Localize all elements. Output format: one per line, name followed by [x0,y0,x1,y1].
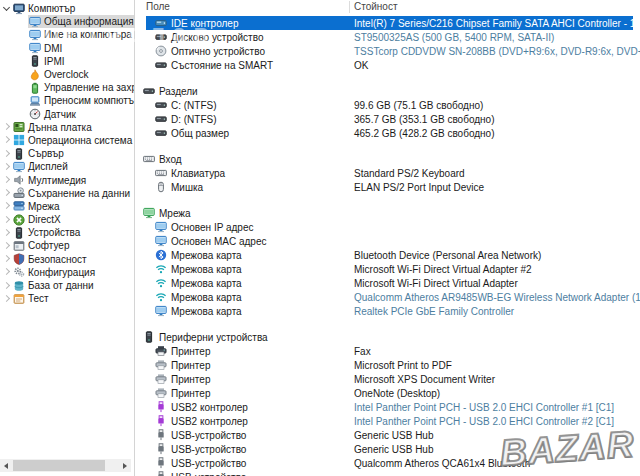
table-row[interactable]: Състояние на SMARTOK [135,58,640,72]
table-row[interactable]: МишкаELAN PS/2 Port Input Device [135,180,640,194]
table-row[interactable]: C: (NTFS)99.6 GB (75.1 GB свободно) [135,98,640,112]
sidebar-item[interactable]: IPMI [0,55,134,68]
table-row[interactable]: USB-устройство [135,470,640,476]
scroll-left-arrow-icon[interactable] [0,459,13,472]
table-row[interactable]: ПринтерFax [135,344,640,358]
sidebar-item[interactable]: Устройства [0,226,134,239]
chevron-collapsed-icon[interactable] [2,254,12,264]
table-row[interactable]: USB2 контролерIntel Panther Point PCH - … [135,414,640,428]
sidebar-item[interactable]: Безопасност [0,253,134,266]
sidebar-item[interactable]: Съхранение на данни [0,187,134,200]
value-link[interactable]: Intel Panther Point PCH - USB 2.0 EHCI C… [350,402,640,413]
table-row[interactable]: Общ размер465.2 GB (428.2 GB свободно) [135,126,640,140]
chevron-collapsed-icon[interactable] [2,175,12,185]
section-header[interactable]: Периферни устройства [135,330,640,344]
sidebar-item[interactable]: Тест [0,292,134,305]
sidebar-item-label: Дисплей [28,161,68,172]
chevron-collapsed-icon[interactable] [2,188,12,198]
sidebar-item[interactable]: Компютър [0,2,134,15]
value-link[interactable]: ST9500325AS (500 GB, 5400 RPM, SATA-II) [350,32,640,43]
table-row[interactable]: ПринтерMicrosoft Print to PDF [135,358,640,372]
chevron-collapsed-icon[interactable] [2,162,12,172]
table-row[interactable]: Основен IP адрес [135,220,640,234]
software-icon [13,240,25,252]
monitor-icon [29,42,41,54]
table-row[interactable]: КлавиатураStandard PS/2 Keyboard [135,166,640,180]
chevron-collapsed-icon[interactable] [2,135,12,145]
chevron-collapsed-icon[interactable] [2,241,12,251]
table-row[interactable]: ПринтерMicrosoft XPS Document Writer [135,372,640,386]
section-header[interactable]: Мрежа [135,206,640,220]
value-link[interactable]: Qualcomm Atheros AR9485WB-EG Wireless Ne… [350,292,640,303]
table-row[interactable]: Дисково устройствоST9500325AS (500 GB, 5… [135,30,640,44]
sidebar-item[interactable]: Дънна платка [0,121,134,134]
wifi-icon [155,277,167,289]
sidebar-item[interactable]: Преносим компютър [0,94,134,107]
windows-icon [13,134,25,146]
network-stack-icon [13,200,25,212]
table-row[interactable]: Оптично устройствоTSSTcorp CDDVDW SN-208… [135,44,640,58]
value-link[interactable]: Realtek PCIe GbE Family Controller [350,306,640,317]
sidebar-item[interactable]: DMI [0,42,134,55]
printer-icon [155,387,167,399]
sidebar-item[interactable]: Мрежа [0,200,134,213]
sidebar-item[interactable]: Сървър [0,147,134,160]
section-header[interactable]: Раздели [135,84,640,98]
section-header[interactable]: Вход [135,152,640,166]
table-row[interactable]: Мрежова картаMicrosoft Wi-Fi Direct Virt… [135,276,640,290]
chevron-collapsed-icon[interactable] [2,201,12,211]
table-row[interactable]: USB-устройствоGeneric USB Hub [135,442,640,456]
table-row[interactable]: D: (NTFS)365.7 GB (353.1 GB свободно) [135,112,640,126]
column-header-field[interactable]: Поле [135,1,350,13]
sidebar-item-content: База от данни [12,279,97,292]
table-row[interactable]: Мрежова картаMicrosoft Wi-Fi Direct Virt… [135,262,640,276]
sidebar-item[interactable]: Име на компютъра [0,28,134,41]
chevron-collapsed-icon[interactable] [2,215,12,225]
field-cell: Принтер [135,359,350,371]
field-cell: Мрежова карта [135,249,350,261]
table-row[interactable]: Мрежова картаBluetooth Device (Personal … [135,248,640,262]
scroll-thumb[interactable] [13,460,105,471]
table-row[interactable]: USB2 контролерIntel Panther Point PCH - … [135,400,640,414]
chevron-collapsed-icon[interactable] [2,122,12,132]
sidebar-item[interactable]: Датчик [0,108,134,121]
field-label: USB-устройство [171,444,246,455]
chevron-collapsed-icon[interactable] [2,149,12,159]
sidebar-item[interactable]: Дисплей [0,160,134,173]
value-link[interactable]: TSSTcorp CDDVDW SN-208BB (DVD+R9:6x, DVD… [350,46,640,57]
sidebar-item[interactable]: Софтуер [0,239,134,252]
field-label: Дисково устройство [171,32,263,43]
sidebar-item[interactable]: DirectX [0,213,134,226]
value-link[interactable]: Intel Panther Point PCH - USB 2.0 EHCI C… [350,416,640,427]
value-text: Microsoft Wi-Fi Direct Virtual Adapter #… [350,264,640,275]
sidebar-item[interactable]: База от данни [0,279,134,292]
table-row[interactable]: USB-устройствоGeneric USB Hub [135,428,640,442]
sidebar-item[interactable]: Конфигурация [0,266,134,279]
table-row[interactable]: ПринтерOneNote (Desktop) [135,386,640,400]
table-row[interactable]: Мрежова картаRealtek PCIe GbE Family Con… [135,304,640,318]
field-cell: USB2 контролер [135,401,350,413]
chevron-expanded-icon[interactable] [2,4,12,14]
chevron-collapsed-icon[interactable] [2,228,12,238]
table-row[interactable]: Основен MAC адрес [135,234,640,248]
sidebar-item[interactable]: Overclock [0,68,134,81]
sidebar-horizontal-scrollbar[interactable] [0,459,131,472]
sidebar-item-content: IPMI [28,55,68,68]
chevron-collapsed-icon[interactable] [2,281,12,291]
table-row[interactable]: IDE контролерIntel(R) 7 Series/C216 Chip… [135,16,640,30]
network-blue-icon [155,305,167,317]
sidebar-item[interactable]: Управление на захранв [0,81,134,94]
chevron-collapsed-icon[interactable] [2,294,12,304]
sidebar-item-content: Обща информация [28,15,135,28]
sidebar-item[interactable]: Операционна система [0,134,134,147]
field-label: Състояние на SMART [171,60,273,71]
table-row[interactable]: USB-устройствоQualcomm Atheros QCA61x4 B… [135,456,640,470]
sidebar-item[interactable]: Мултимедия [0,173,134,186]
sidebar-item[interactable]: Обща информация [0,15,134,28]
value-text: Bluetooth Device (Personal Area Network) [350,250,640,261]
scroll-right-arrow-icon[interactable] [118,459,131,472]
table-row[interactable]: Мрежова картаQualcomm Atheros AR9485WB-E… [135,290,640,304]
column-header-value[interactable]: Стойност [350,1,398,13]
chevron-collapsed-icon[interactable] [2,267,12,277]
sidebar-item-content: DMI [28,42,65,55]
